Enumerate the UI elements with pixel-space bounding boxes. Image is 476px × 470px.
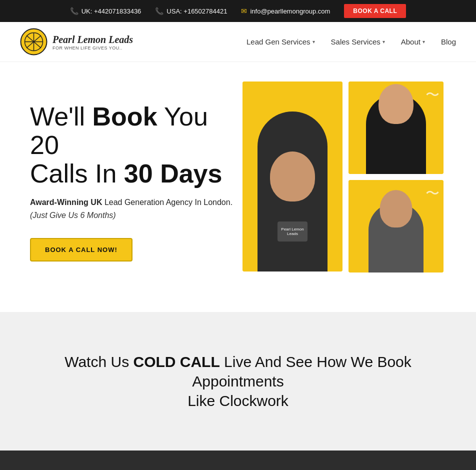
cold-call-bold: COLD CALL (133, 354, 220, 370)
navbar: Pearl Lemon Leads FOR WHEN LIFE GIVES YO… (0, 22, 476, 62)
logo-icon (20, 28, 48, 56)
logo-text-block: Pearl Lemon Leads FOR WHEN LIFE GIVES YO… (52, 34, 133, 50)
hero-title-bold-1: Book (92, 102, 158, 131)
logo-sub-text: FOR WHEN LIFE GIVES YOU.. (52, 46, 133, 50)
chevron-down-icon-about: ▾ (422, 39, 425, 44)
nav-item-blog[interactable]: Blog (441, 38, 456, 46)
hero-subtitle: Award-Winning UK Lead Generation Agency … (30, 198, 240, 207)
topbar-book-call-button[interactable]: BOOK A CALL (344, 4, 406, 18)
top-bar: 📞 UK: +442071833436 📞 USA: +16502784421 … (0, 0, 476, 22)
cold-call-section: Watch Us COLD CALL Live And See How We B… (0, 312, 476, 450)
uk-phone-text: UK: +442071833436 (82, 8, 142, 15)
hero-subtitle-bold: Award-Winning UK (30, 198, 102, 206)
person-small-1-figure: 〜 (348, 82, 444, 174)
shirt-logo-watermark: Pearl Lemon Leads (278, 222, 308, 242)
hero-title-bold-2: 30 Days (124, 159, 222, 188)
phone-icon-usa: 📞 (155, 7, 164, 15)
nav-link-lead-gen[interactable]: Lead Gen Services ▾ (246, 38, 315, 46)
phone-icon-uk: 📞 (70, 7, 78, 15)
squiggle-decoration-2: 〜 (426, 184, 440, 203)
nav-item-lead-gen[interactable]: Lead Gen Services ▾ (246, 38, 315, 46)
chevron-down-icon-lead-gen: ▾ (312, 39, 315, 44)
logo[interactable]: Pearl Lemon Leads FOR WHEN LIFE GIVES YO… (20, 28, 133, 56)
usa-phone-text: USA: +16502784421 (166, 8, 227, 15)
nav-item-about[interactable]: About ▾ (401, 38, 425, 46)
nav-links: Lead Gen Services ▾ Sales Services ▾ Abo… (246, 38, 456, 46)
cold-call-title: Watch Us COLD CALL Live And See How We B… (63, 352, 413, 410)
uk-phone-contact[interactable]: 📞 UK: +442071833436 (70, 7, 142, 15)
hero-cta-button[interactable]: BOOK A CALL NOW! (30, 238, 132, 262)
person-main-figure: Pearl Lemon Leads (242, 82, 342, 272)
hero-photo-top-right: 〜 (348, 82, 444, 174)
hero-photo-bottom-right: 〜 (348, 180, 444, 272)
hero-title: We'll Book You 20Calls In 30 Days (30, 102, 240, 188)
hero-title-normal-1: We'll (30, 102, 92, 131)
chevron-down-icon-sales: ▾ (382, 39, 385, 44)
squiggle-decoration-1: 〜 (426, 86, 440, 104)
email-text: info@pearllemongroup.com (250, 8, 330, 15)
hero-text: We'll Book You 20Calls In 30 Days Award-… (30, 102, 240, 262)
email-contact[interactable]: ✉ info@pearllemongroup.com (241, 7, 330, 15)
nav-label-blog: Blog (441, 38, 456, 46)
nav-label-lead-gen: Lead Gen Services (246, 38, 310, 46)
hero-parenthetical: (Just Give Us 6 Months) (30, 211, 240, 220)
nav-label-sales: Sales Services (331, 38, 380, 46)
hero-subtitle-rest: Lead Generation Agency In London. (102, 198, 232, 206)
email-icon: ✉ (241, 7, 247, 15)
person-small-2-figure: 〜 (348, 180, 444, 272)
hero-main-photo: Pearl Lemon Leads (242, 82, 342, 272)
nav-link-sales[interactable]: Sales Services ▾ (331, 38, 385, 46)
logo-main-text: Pearl Lemon Leads (52, 34, 133, 46)
nav-link-about[interactable]: About ▾ (401, 38, 425, 46)
hero-section: We'll Book You 20Calls In 30 Days Award-… (0, 62, 476, 312)
cold-call-title-text: Watch Us COLD CALL Live And See How We B… (64, 354, 412, 409)
hero-side-photos: 〜 〜 (348, 82, 444, 272)
nav-label-about: About (401, 38, 420, 46)
nav-link-blog[interactable]: Blog (441, 38, 456, 46)
hero-images: Pearl Lemon Leads 〜 〜 (240, 82, 446, 272)
nav-item-sales[interactable]: Sales Services ▾ (331, 38, 385, 46)
footer-teaser-section: Booked Meetings With 🐦 🐦 〇 〇 〇 (0, 450, 476, 470)
usa-phone-contact[interactable]: 📞 USA: +16502784421 (155, 7, 227, 15)
